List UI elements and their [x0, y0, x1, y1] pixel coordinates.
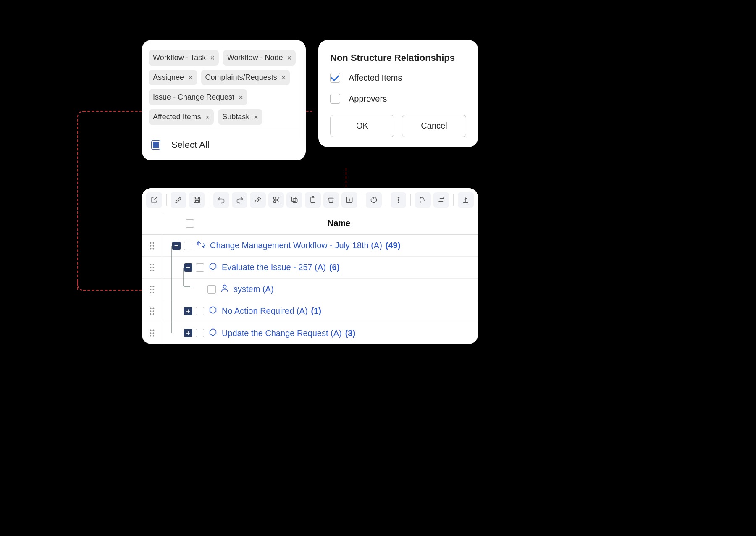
close-icon[interactable]: × — [205, 113, 210, 121]
select-all-label: Select All — [171, 139, 210, 150]
toolbar-separator — [209, 194, 209, 206]
filter-chips-panel: Workflow - Task×Workflow - Node×Assignee… — [142, 40, 306, 160]
tree-row[interactable]: −Change Management Workflow - July 18th … — [142, 235, 478, 257]
chip-label: Affected Items — [153, 113, 201, 121]
undo-icon[interactable] — [213, 192, 229, 208]
drag-handle-icon[interactable] — [142, 322, 162, 344]
expand-toggle[interactable]: + — [184, 329, 192, 337]
toolbar-separator — [410, 194, 411, 206]
connector-line — [83, 290, 142, 291]
connector-line — [77, 123, 78, 290]
row-content: No Action Required (A)(1) — [204, 305, 478, 317]
close-icon[interactable]: × — [254, 113, 258, 121]
tree-row[interactable]: system (A) — [142, 279, 478, 300]
chip-label: Complaints/Requests — [205, 73, 277, 82]
chip-label: Issue - Change Request — [153, 93, 234, 102]
filter-chip[interactable]: Complaints/Requests× — [201, 70, 290, 85]
row-checkbox[interactable] — [184, 242, 192, 250]
chip-label: Subtask — [222, 113, 249, 121]
collapse-toggle[interactable]: − — [184, 263, 192, 272]
tree-panel: Name −Change Management Workflow - July … — [142, 188, 478, 344]
drag-handle-icon[interactable] — [142, 257, 162, 278]
workflow-icon — [197, 240, 206, 251]
drag-handle-icon[interactable] — [142, 300, 162, 322]
row-checkbox[interactable] — [196, 307, 204, 315]
checkbox[interactable] — [330, 94, 340, 104]
add-icon[interactable] — [341, 192, 357, 208]
filter-chip[interactable]: Workflow - Node× — [223, 50, 296, 66]
upload-icon[interactable] — [458, 192, 474, 208]
row-label[interactable]: Evaluate the Issue - 257 (A)(6) — [222, 263, 339, 272]
erase-icon[interactable] — [250, 192, 266, 208]
cancel-button[interactable]: Cancel — [402, 115, 466, 137]
relationship-option[interactable]: Affected Items — [330, 73, 466, 83]
swap-icon[interactable] — [433, 192, 449, 208]
collapse-toggle[interactable]: − — [172, 242, 181, 250]
revert-icon[interactable] — [366, 192, 382, 208]
paste-icon[interactable] — [305, 192, 321, 208]
relationship-label: Approvers — [349, 94, 387, 104]
relationships-panel: Non Structure Relationships Affected Ite… — [318, 40, 478, 147]
close-icon[interactable]: × — [239, 94, 243, 101]
checkbox[interactable] — [330, 73, 340, 83]
tree-row[interactable]: +Update the Change Request (A)(3) — [142, 322, 478, 344]
toolbar-separator — [166, 194, 167, 206]
relationships-title: Non Structure Relationships — [330, 53, 466, 63]
open-external-icon[interactable] — [146, 192, 162, 208]
user-icon — [220, 284, 229, 295]
tree-cell: − — [162, 235, 192, 256]
row-count: (6) — [329, 263, 339, 272]
relationship-option[interactable]: Approvers — [330, 94, 466, 104]
drag-handle-icon[interactable] — [142, 235, 162, 256]
row-content: Change Management Workflow - July 18th (… — [192, 240, 478, 251]
filter-chip[interactable]: Subtask× — [218, 109, 262, 125]
row-count: (49) — [386, 241, 401, 250]
hex-icon — [208, 305, 218, 317]
ok-button[interactable]: OK — [330, 115, 394, 137]
edit-icon[interactable] — [171, 192, 186, 208]
chip-label: Workflow - Node — [227, 53, 283, 62]
close-icon[interactable]: × — [287, 54, 292, 62]
tree-cell: + — [162, 322, 204, 344]
copy-icon[interactable] — [286, 192, 302, 208]
filter-chip[interactable]: Issue - Change Request× — [149, 89, 247, 105]
header-checkbox[interactable] — [186, 219, 194, 228]
select-all-row[interactable]: Select All — [149, 131, 299, 160]
connector-line — [83, 111, 142, 112]
filter-chip[interactable]: Workflow - Task× — [149, 50, 219, 66]
expand-toggle[interactable]: + — [184, 307, 192, 315]
filter-chip[interactable]: Assignee× — [149, 70, 197, 85]
row-checkbox[interactable] — [207, 285, 216, 294]
toolbar-separator — [453, 194, 454, 206]
close-icon[interactable]: × — [281, 74, 286, 81]
chip-label: Assignee — [153, 73, 184, 82]
drag-handle-icon[interactable] — [142, 279, 162, 300]
toolbar-separator — [386, 194, 386, 206]
row-content: system (A) — [216, 284, 478, 295]
row-label[interactable]: Update the Change Request (A)(3) — [222, 328, 355, 338]
tree-row[interactable]: +No Action Required (A)(1) — [142, 300, 478, 322]
tree-row[interactable]: −Evaluate the Issue - 257 (A)(6) — [142, 257, 478, 279]
row-label[interactable]: No Action Required (A)(1) — [222, 306, 321, 316]
row-count: (1) — [311, 306, 321, 316]
column-name-header: Name — [200, 218, 478, 228]
row-content: Evaluate the Issue - 257 (A)(6) — [204, 262, 478, 273]
redo-icon[interactable] — [232, 192, 248, 208]
close-icon[interactable]: × — [188, 74, 193, 81]
chip-container: Workflow - Task×Workflow - Node×Assignee… — [149, 50, 299, 125]
row-checkbox[interactable] — [196, 329, 204, 337]
select-all-checkbox[interactable] — [151, 140, 160, 150]
row-label[interactable]: Change Management Workflow - July 18th (… — [210, 241, 400, 250]
cut-icon[interactable] — [268, 192, 284, 208]
filter-chip[interactable]: Affected Items× — [149, 109, 214, 125]
relationship-label: Affected Items — [349, 73, 402, 83]
hex-icon — [208, 262, 218, 273]
more-icon[interactable] — [391, 192, 407, 208]
delete-icon[interactable] — [323, 192, 339, 208]
save-icon[interactable] — [189, 192, 205, 208]
close-icon[interactable]: × — [210, 54, 215, 62]
flow-icon[interactable] — [415, 192, 431, 208]
row-label[interactable]: system (A) — [234, 284, 274, 294]
row-checkbox[interactable] — [196, 263, 204, 272]
connector-corner — [77, 111, 83, 123]
